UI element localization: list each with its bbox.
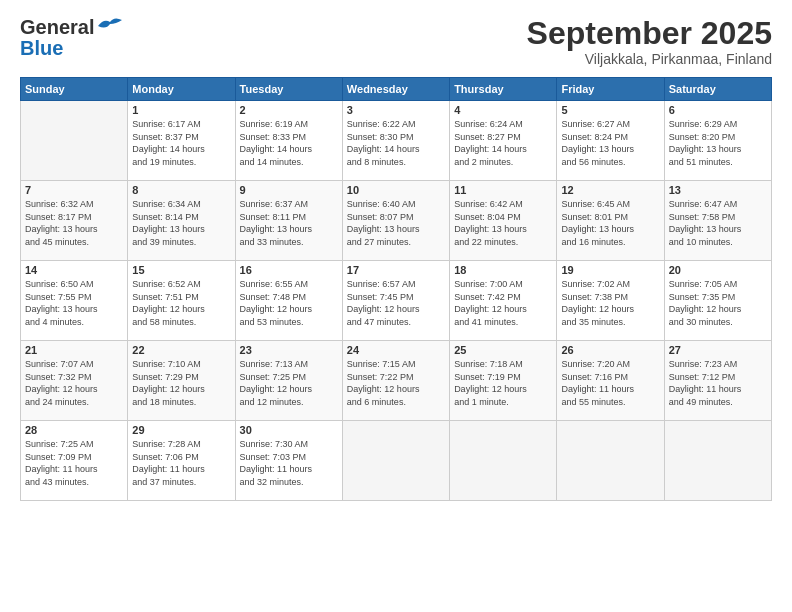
day-content: Sunrise: 7:13 AM Sunset: 7:25 PM Dayligh… [240, 358, 338, 408]
col-header-thursday: Thursday [450, 78, 557, 101]
table-row: 15Sunrise: 6:52 AM Sunset: 7:51 PM Dayli… [128, 261, 235, 341]
table-row: 21Sunrise: 7:07 AM Sunset: 7:32 PM Dayli… [21, 341, 128, 421]
logo-bird-icon [96, 16, 124, 34]
day-content: Sunrise: 6:50 AM Sunset: 7:55 PM Dayligh… [25, 278, 123, 328]
day-content: Sunrise: 6:22 AM Sunset: 8:30 PM Dayligh… [347, 118, 445, 168]
day-number: 17 [347, 264, 445, 276]
day-content: Sunrise: 6:17 AM Sunset: 8:37 PM Dayligh… [132, 118, 230, 168]
day-content: Sunrise: 7:15 AM Sunset: 7:22 PM Dayligh… [347, 358, 445, 408]
col-header-wednesday: Wednesday [342, 78, 449, 101]
table-row: 2Sunrise: 6:19 AM Sunset: 8:33 PM Daylig… [235, 101, 342, 181]
day-number: 21 [25, 344, 123, 356]
table-row: 14Sunrise: 6:50 AM Sunset: 7:55 PM Dayli… [21, 261, 128, 341]
day-number: 18 [454, 264, 552, 276]
day-number: 5 [561, 104, 659, 116]
table-row: 1Sunrise: 6:17 AM Sunset: 8:37 PM Daylig… [128, 101, 235, 181]
day-number: 8 [132, 184, 230, 196]
day-number: 29 [132, 424, 230, 436]
day-content: Sunrise: 7:25 AM Sunset: 7:09 PM Dayligh… [25, 438, 123, 488]
day-content: Sunrise: 7:30 AM Sunset: 7:03 PM Dayligh… [240, 438, 338, 488]
table-row: 19Sunrise: 7:02 AM Sunset: 7:38 PM Dayli… [557, 261, 664, 341]
day-number: 24 [347, 344, 445, 356]
day-content: Sunrise: 7:10 AM Sunset: 7:29 PM Dayligh… [132, 358, 230, 408]
day-content: Sunrise: 7:07 AM Sunset: 7:32 PM Dayligh… [25, 358, 123, 408]
table-row: 5Sunrise: 6:27 AM Sunset: 8:24 PM Daylig… [557, 101, 664, 181]
day-content: Sunrise: 7:23 AM Sunset: 7:12 PM Dayligh… [669, 358, 767, 408]
table-row: 13Sunrise: 6:47 AM Sunset: 7:58 PM Dayli… [664, 181, 771, 261]
calendar-page: General Blue September 2025 Viljakkala, … [0, 0, 792, 612]
table-row: 16Sunrise: 6:55 AM Sunset: 7:48 PM Dayli… [235, 261, 342, 341]
logo-blue: Blue [20, 37, 63, 60]
day-number: 11 [454, 184, 552, 196]
table-row [342, 421, 449, 501]
day-number: 9 [240, 184, 338, 196]
table-row: 7Sunrise: 6:32 AM Sunset: 8:17 PM Daylig… [21, 181, 128, 261]
table-row [557, 421, 664, 501]
day-content: Sunrise: 6:32 AM Sunset: 8:17 PM Dayligh… [25, 198, 123, 248]
day-number: 12 [561, 184, 659, 196]
table-row: 22Sunrise: 7:10 AM Sunset: 7:29 PM Dayli… [128, 341, 235, 421]
col-header-friday: Friday [557, 78, 664, 101]
day-content: Sunrise: 6:52 AM Sunset: 7:51 PM Dayligh… [132, 278, 230, 328]
day-content: Sunrise: 7:28 AM Sunset: 7:06 PM Dayligh… [132, 438, 230, 488]
day-number: 20 [669, 264, 767, 276]
table-row: 28Sunrise: 7:25 AM Sunset: 7:09 PM Dayli… [21, 421, 128, 501]
table-row [21, 101, 128, 181]
day-number: 26 [561, 344, 659, 356]
table-row [450, 421, 557, 501]
day-content: Sunrise: 6:47 AM Sunset: 7:58 PM Dayligh… [669, 198, 767, 248]
table-row: 11Sunrise: 6:42 AM Sunset: 8:04 PM Dayli… [450, 181, 557, 261]
table-row: 24Sunrise: 7:15 AM Sunset: 7:22 PM Dayli… [342, 341, 449, 421]
day-number: 15 [132, 264, 230, 276]
table-row: 4Sunrise: 6:24 AM Sunset: 8:27 PM Daylig… [450, 101, 557, 181]
logo: General Blue [20, 16, 124, 60]
col-header-saturday: Saturday [664, 78, 771, 101]
day-content: Sunrise: 7:02 AM Sunset: 7:38 PM Dayligh… [561, 278, 659, 328]
col-header-sunday: Sunday [21, 78, 128, 101]
logo-general: General [20, 16, 94, 39]
table-row: 29Sunrise: 7:28 AM Sunset: 7:06 PM Dayli… [128, 421, 235, 501]
table-row: 27Sunrise: 7:23 AM Sunset: 7:12 PM Dayli… [664, 341, 771, 421]
day-content: Sunrise: 6:40 AM Sunset: 8:07 PM Dayligh… [347, 198, 445, 248]
day-number: 25 [454, 344, 552, 356]
day-number: 23 [240, 344, 338, 356]
table-row: 20Sunrise: 7:05 AM Sunset: 7:35 PM Dayli… [664, 261, 771, 341]
col-header-tuesday: Tuesday [235, 78, 342, 101]
month-title: September 2025 [527, 16, 772, 51]
calendar-table: SundayMondayTuesdayWednesdayThursdayFrid… [20, 77, 772, 501]
table-row: 17Sunrise: 6:57 AM Sunset: 7:45 PM Dayli… [342, 261, 449, 341]
table-row: 9Sunrise: 6:37 AM Sunset: 8:11 PM Daylig… [235, 181, 342, 261]
day-number: 14 [25, 264, 123, 276]
day-content: Sunrise: 6:42 AM Sunset: 8:04 PM Dayligh… [454, 198, 552, 248]
day-number: 30 [240, 424, 338, 436]
table-row: 8Sunrise: 6:34 AM Sunset: 8:14 PM Daylig… [128, 181, 235, 261]
table-row: 10Sunrise: 6:40 AM Sunset: 8:07 PM Dayli… [342, 181, 449, 261]
day-number: 10 [347, 184, 445, 196]
table-row: 3Sunrise: 6:22 AM Sunset: 8:30 PM Daylig… [342, 101, 449, 181]
day-content: Sunrise: 6:37 AM Sunset: 8:11 PM Dayligh… [240, 198, 338, 248]
title-block: September 2025 Viljakkala, Pirkanmaa, Fi… [527, 16, 772, 67]
header: General Blue September 2025 Viljakkala, … [20, 16, 772, 67]
day-number: 1 [132, 104, 230, 116]
table-row: 18Sunrise: 7:00 AM Sunset: 7:42 PM Dayli… [450, 261, 557, 341]
day-content: Sunrise: 6:19 AM Sunset: 8:33 PM Dayligh… [240, 118, 338, 168]
table-row: 25Sunrise: 7:18 AM Sunset: 7:19 PM Dayli… [450, 341, 557, 421]
day-content: Sunrise: 7:05 AM Sunset: 7:35 PM Dayligh… [669, 278, 767, 328]
table-row: 6Sunrise: 6:29 AM Sunset: 8:20 PM Daylig… [664, 101, 771, 181]
day-number: 28 [25, 424, 123, 436]
day-content: Sunrise: 7:18 AM Sunset: 7:19 PM Dayligh… [454, 358, 552, 408]
day-number: 4 [454, 104, 552, 116]
day-number: 13 [669, 184, 767, 196]
table-row: 12Sunrise: 6:45 AM Sunset: 8:01 PM Dayli… [557, 181, 664, 261]
day-content: Sunrise: 6:27 AM Sunset: 8:24 PM Dayligh… [561, 118, 659, 168]
day-number: 6 [669, 104, 767, 116]
day-number: 3 [347, 104, 445, 116]
day-number: 16 [240, 264, 338, 276]
table-row: 30Sunrise: 7:30 AM Sunset: 7:03 PM Dayli… [235, 421, 342, 501]
table-row [664, 421, 771, 501]
col-header-monday: Monday [128, 78, 235, 101]
location: Viljakkala, Pirkanmaa, Finland [527, 51, 772, 67]
day-content: Sunrise: 7:00 AM Sunset: 7:42 PM Dayligh… [454, 278, 552, 328]
day-content: Sunrise: 6:55 AM Sunset: 7:48 PM Dayligh… [240, 278, 338, 328]
day-content: Sunrise: 6:57 AM Sunset: 7:45 PM Dayligh… [347, 278, 445, 328]
